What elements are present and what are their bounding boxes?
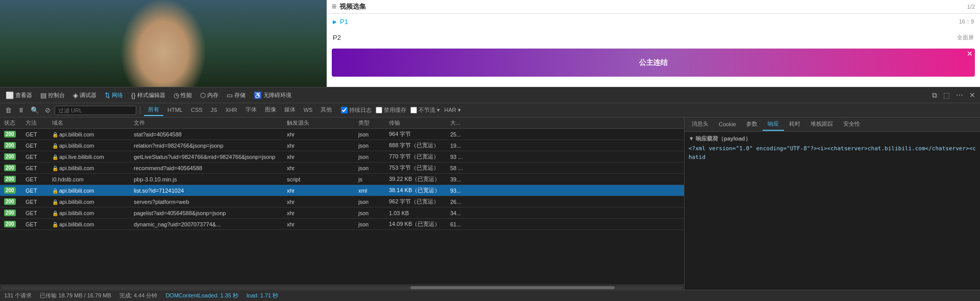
main-container: ≡ 视频选集 1/2 ▶ P1 16：9 P2 全面屏 ✕ 公主连结	[0, 0, 980, 301]
ad-close-button[interactable]: ✕	[967, 50, 973, 58]
td-domain: 🔒api.live.bilibili.com	[50, 154, 132, 160]
pause-button[interactable]: ⏸	[16, 105, 27, 115]
tab-headers[interactable]: 消息头	[687, 118, 714, 131]
performance-button[interactable]: ◷ 性能	[170, 90, 195, 101]
filter-bar: 🗑 ⏸ 🔍 ⊘ 所有 HTML CSS JS XHR 字体 图像 媒体 WS 其…	[0, 103, 980, 118]
network-panel: 状态 方法 域名 文件 触发源头 类型 传输 大... 200 GET 🔒api…	[0, 118, 684, 290]
col-type[interactable]: 类型	[356, 119, 387, 127]
sidebar-item-p1[interactable]: ▶ P1 16：9	[327, 14, 980, 30]
td-domain: 🔒api.bilibili.com	[50, 188, 132, 194]
td-domain: 🔒api.bilibili.com	[50, 221, 132, 227]
table-row[interactable]: 200 GET 🔒api.bilibili.com relation?mid=9…	[0, 140, 684, 151]
toolbar-end-buttons: ⧉ ⬚ ⋯ ✕	[929, 90, 978, 101]
status-badge: 200	[4, 153, 16, 160]
col-status[interactable]: 状态	[2, 119, 23, 127]
td-initiator: xhr	[285, 131, 356, 137]
dock-button[interactable]: ⧉	[929, 90, 940, 101]
col-transfer[interactable]: 传输	[387, 119, 448, 127]
close-devtools-button[interactable]: ✕	[967, 90, 978, 100]
filter-tab-all[interactable]: 所有	[144, 104, 163, 116]
sidebar-item-p2[interactable]: P2 全面屏	[327, 30, 980, 45]
status-bar: 131 个请求 已传输 18.79 MB / 16.79 MB 完成: 4.44…	[0, 290, 980, 301]
devtools-toolbar: ⬜ 查看器 ▤ 控制台 ◈ 调试器 ⇅ 网络 {} 样式编辑器 ◷ 性能 ⬡ 内…	[0, 87, 980, 103]
filter-tab-other[interactable]: 其他	[316, 104, 336, 116]
accessibility-button[interactable]: ♿ 无障碍环境	[250, 90, 295, 101]
td-file: dynamic_nag?uid=2007073774&...	[132, 221, 285, 227]
tab-security[interactable]: 安全性	[838, 118, 865, 131]
col-method[interactable]: 方法	[23, 119, 50, 127]
request-count: 131 个请求	[4, 292, 32, 299]
tab-stack-trace[interactable]: 堆栈跟踪	[805, 118, 838, 131]
td-file: pbp-3.0.10.min.js	[132, 176, 285, 182]
scrollbar-track	[1, 286, 683, 289]
tab-response[interactable]: 响应	[763, 118, 784, 131]
td-size: 93...	[448, 188, 489, 194]
more-button[interactable]: ⋯	[953, 90, 966, 100]
table-row[interactable]: 200 GET 🔒api.bilibili.com recommend?aid=…	[0, 163, 684, 174]
storage-button[interactable]: ▭ 存储	[223, 90, 249, 101]
inspector-button[interactable]: ⬜ 查看器	[2, 90, 36, 101]
memory-button[interactable]: ⬡ 内存	[197, 90, 222, 101]
filter-tab-media[interactable]: 媒体	[280, 104, 300, 116]
network-button[interactable]: ⇅ 网络	[101, 90, 127, 101]
horizontal-scrollbar[interactable]	[0, 285, 684, 290]
filter-tab-js[interactable]: JS	[207, 105, 222, 115]
tab-timing[interactable]: 耗时	[784, 118, 805, 131]
filter-tab-css[interactable]: CSS	[187, 105, 207, 115]
td-method: GET	[23, 131, 50, 137]
disable-cache-checkbox[interactable]: 禁用缓存	[376, 106, 406, 114]
td-method: GET	[23, 188, 50, 194]
undock-button[interactable]: ⬚	[941, 90, 952, 100]
block-icon[interactable]: ⊘	[43, 105, 53, 115]
filter-tab-image[interactable]: 图像	[261, 104, 280, 116]
col-size[interactable]: 大...	[448, 119, 489, 127]
table-row[interactable]: 200 GET 🔒api.bilibili.com pagelist?aid=4…	[0, 207, 684, 219]
console-button[interactable]: ▤ 控制台	[37, 90, 68, 101]
filter-tab-ws[interactable]: WS	[300, 105, 317, 115]
play-icon: ▶	[333, 19, 337, 25]
td-type: js	[356, 176, 387, 182]
table-row[interactable]: 200 GET 🔒api.live.bilibili.com getLiveSt…	[0, 151, 684, 163]
filter-tab-xhr[interactable]: XHR	[221, 105, 241, 115]
video-placeholder	[0, 0, 327, 87]
lock-icon: 🔒	[52, 166, 58, 171]
td-status: 200	[2, 198, 23, 205]
search-icon[interactable]: 🔍	[29, 105, 41, 115]
filter-tab-font[interactable]: 字体	[241, 104, 261, 116]
tab-cookie[interactable]: Cookie	[714, 119, 741, 130]
debugger-button[interactable]: ◈ 调试器	[69, 90, 100, 101]
har-checkbox[interactable]: HAR ▾	[444, 107, 460, 113]
col-file[interactable]: 文件	[132, 119, 285, 127]
table-row[interactable]: 200 GET 🔒api.bilibili.com list.so?id=712…	[0, 185, 684, 196]
clear-button[interactable]: 🗑	[3, 105, 14, 115]
status-badge: 200	[4, 187, 16, 194]
filter-url-input[interactable]	[55, 106, 136, 115]
no-throttle-checkbox[interactable]: 不节流 ▾	[410, 106, 440, 114]
table-row[interactable]: 200 GET i0.hdslb.com pbp-3.0.10.min.js s…	[0, 174, 684, 185]
col-domain[interactable]: 域名	[50, 119, 132, 127]
table-row[interactable]: 200 GET 🔒api.bilibili.com stat?aid=40564…	[0, 129, 684, 140]
tab-params[interactable]: 参数	[741, 118, 763, 131]
table-row[interactable]: 200 GET 🔒api.bilibili.com dynamic_nag?ui…	[0, 219, 684, 230]
lock-icon: 🔒	[52, 188, 58, 194]
lock-icon: 🔒	[52, 199, 58, 205]
table-row[interactable]: 200 GET 🔒api.bilibili.com servers?platfo…	[0, 196, 684, 207]
filter-tab-html[interactable]: HTML	[163, 105, 187, 115]
ad-banner[interactable]: ✕ 公主连结	[332, 49, 975, 77]
style-editor-button[interactable]: {} 样式编辑器	[128, 90, 169, 101]
memory-label: 内存	[207, 91, 218, 99]
persist-logs-checkbox[interactable]: 持续日志	[341, 106, 372, 114]
dom-loaded-time: DOMContentLoaded: 1.35 秒	[165, 292, 238, 299]
td-transfer: 753 字节（已宽运）	[387, 164, 448, 172]
td-method: GET	[23, 143, 50, 149]
scrollbar-thumb[interactable]	[410, 286, 615, 289]
td-status: 200	[2, 131, 23, 137]
right-panel-tabs: 消息头 Cookie 参数 响应 耗时 堆栈跟踪 安全性	[684, 118, 980, 132]
sidebar-title: 视频选集	[339, 2, 366, 11]
col-initiator[interactable]: 触发源头	[285, 119, 356, 127]
td-size: 93 ...	[448, 154, 489, 160]
td-status: 200	[2, 187, 23, 194]
td-file: recommend?aid=40564588	[132, 165, 285, 171]
td-initiator: xhr	[285, 143, 356, 149]
console-icon: ▤	[40, 91, 46, 99]
